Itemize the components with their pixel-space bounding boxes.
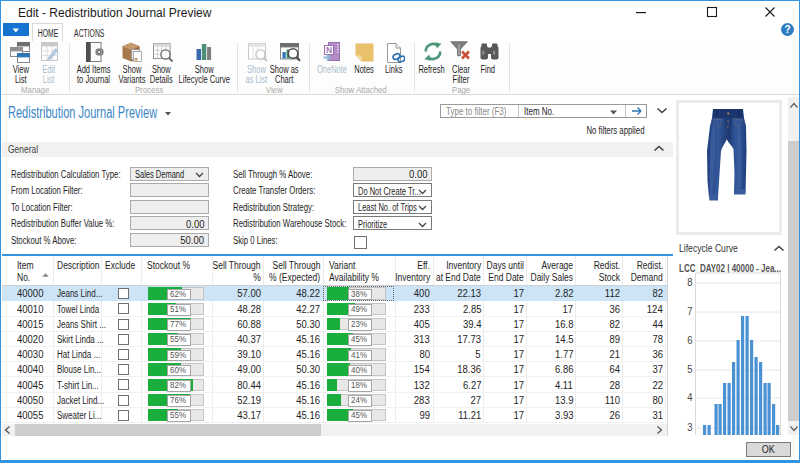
svg-text:N: N <box>325 45 331 55</box>
